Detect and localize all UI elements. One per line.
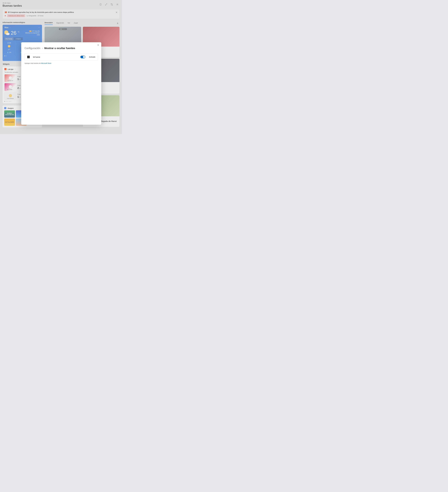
breadcrumb-current: Mostrar u ocultar fuentes [44,47,75,50]
microsoft-store-link[interactable]: Microsoft Store [41,62,51,64]
chevron-right-icon: › [42,47,43,50]
settings-modal: Configuración › Mostrar u ocultar fuente… [21,42,101,125]
breadcrumb-root[interactable]: Configuración [24,47,40,50]
source-name: Mi fuente [33,56,78,58]
toggle-switch[interactable] [80,56,85,58]
add-sources-text: Agregar más fuentes de [24,62,41,64]
source-row: Mi fuente Activado [24,53,98,61]
toggle-label: Activado [89,56,95,58]
breadcrumb: Configuración › Mostrar u ocultar fuente… [24,47,98,50]
add-sources-hint: Agregar más fuentes de Microsoft Store [24,62,98,64]
feed-icon [27,56,30,58]
close-icon[interactable] [97,44,100,46]
